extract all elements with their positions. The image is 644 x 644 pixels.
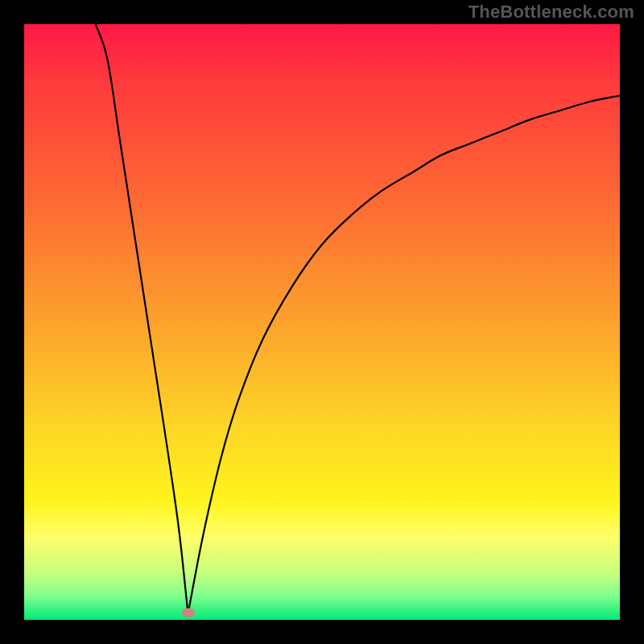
curve-left-branch (96, 24, 188, 614)
bottleneck-chart: TheBottleneck.com (0, 0, 644, 644)
bottleneck-curve (24, 24, 620, 620)
watermark-label: TheBottleneck.com (469, 2, 634, 23)
curve-right-branch (188, 96, 621, 614)
optimal-point-marker (182, 609, 195, 617)
plot-area (24, 24, 620, 620)
